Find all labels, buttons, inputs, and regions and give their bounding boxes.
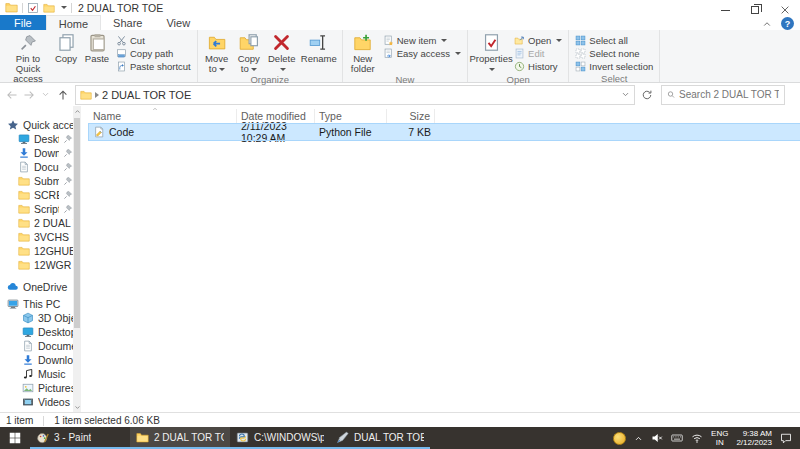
window-controls (710, 0, 800, 20)
recent-locations-button[interactable] (37, 86, 54, 103)
sidebar-item-this-pc[interactable]: This PC (0, 297, 81, 311)
minimize-button[interactable] (710, 0, 740, 20)
new-item-label: New item (397, 35, 437, 46)
touch-keyboard-icon[interactable] (671, 432, 683, 444)
sidebar-item-screen[interactable]: SCREEN (0, 188, 81, 202)
new-item-caret-icon (441, 39, 447, 42)
up-button[interactable] (54, 86, 71, 103)
sidebar-item-videos[interactable]: Videos (0, 395, 81, 409)
rename-button[interactable]: Rename (299, 31, 339, 64)
breadcrumb-path[interactable]: 2 DUAL TOR TOE (102, 89, 191, 101)
computer-icon (7, 298, 19, 310)
qat-properties-icon[interactable] (27, 2, 39, 14)
sidebar-item-music[interactable]: Music (0, 367, 81, 381)
start-button[interactable] (0, 427, 30, 449)
open-button[interactable]: Open (511, 34, 565, 47)
column-header-date-modified[interactable]: Date modified (237, 109, 315, 123)
restore-button[interactable] (740, 0, 770, 20)
address-box[interactable]: 2 DUAL TOR TOE (75, 85, 635, 105)
sidebar-item-pictures[interactable]: Pictures (0, 381, 81, 395)
select-none-button[interactable]: Select none (572, 47, 656, 60)
tab-home[interactable]: Home (46, 15, 101, 30)
column-header-size[interactable]: Size (387, 109, 435, 123)
sidebar-item-desktop-pc[interactable]: Desktop (0, 325, 81, 339)
sidebar-item-documents-pinned[interactable]: Docume (0, 160, 81, 174)
sidebar-item-downloads-pinned[interactable]: Downlo (0, 146, 81, 160)
pin-to-quick-access-button[interactable]: Pin to Quick access (5, 31, 51, 84)
invert-selection-icon (575, 61, 586, 72)
scroll-up-icon[interactable] (73, 106, 81, 116)
refresh-button[interactable] (635, 85, 659, 105)
properties-button[interactable]: Properties (471, 31, 511, 74)
sidebar-item-documents-pc[interactable]: Documents (0, 339, 81, 353)
cut-button[interactable]: Cut (113, 34, 194, 47)
taskbar-item-dual-tor-toe[interactable]: DUAL TOR TOE (330, 427, 430, 449)
easy-access-button[interactable]: Easy access (380, 47, 464, 60)
star-icon (7, 119, 19, 131)
paste-button[interactable]: Paste (81, 31, 113, 64)
taskbar-item-explorer[interactable]: 2 DUAL TOR TOE (130, 427, 230, 449)
scroll-down-icon[interactable] (73, 402, 81, 412)
history-button[interactable]: History (511, 60, 565, 73)
close-button[interactable] (770, 0, 800, 20)
paste-shortcut-button[interactable]: Paste shortcut (113, 60, 194, 73)
forward-button[interactable] (20, 86, 37, 103)
invert-selection-button[interactable]: Invert selection (572, 60, 656, 73)
search-input[interactable] (679, 89, 779, 100)
scrollbar-thumb[interactable] (74, 118, 80, 328)
file-row-code[interactable]: Code 2/11/2023 10:29 AM Python File 7 KB (89, 124, 800, 140)
language-indicator[interactable]: ENG IN (711, 429, 728, 447)
move-to-button[interactable]: Move to (201, 31, 233, 74)
address-dropdown-button[interactable] (621, 89, 630, 101)
sidebar-item-downloads-pc[interactable]: Downloads (0, 353, 81, 367)
tab-view[interactable]: View (154, 15, 202, 30)
back-button[interactable] (3, 86, 20, 103)
sidebar-item-scripts[interactable]: Scripts (0, 202, 81, 216)
column-header-name[interactable]: Name (89, 109, 237, 123)
copy-path-button[interactable]: Copy path (113, 47, 194, 60)
clock[interactable]: 9:38 AM 2/12/2023 (736, 429, 772, 447)
volume-muted-icon[interactable] (651, 432, 663, 444)
new-folder-button[interactable]: New folder (346, 31, 380, 74)
tray-app-icon[interactable] (613, 432, 626, 445)
qat-customize-caret-icon[interactable] (61, 6, 67, 9)
tab-file[interactable]: File (0, 15, 46, 30)
sidebar-item-local-disk[interactable]: Local Disk (0, 409, 81, 412)
python-console-icon (236, 431, 249, 444)
address-bar-row: 2 DUAL TOR TOE (0, 83, 800, 106)
wifi-icon[interactable] (691, 432, 703, 444)
sidebar-item-2-dual-tor-toe[interactable]: 2 DUAL TO (0, 216, 81, 230)
sidebar-item-12ghub[interactable]: 12GHUB (0, 244, 81, 258)
delete-button[interactable]: Delete (265, 31, 299, 74)
sidebar-item-quick-access[interactable]: Quick access (0, 118, 81, 132)
explorer-app-icon (5, 1, 18, 14)
sidebar-item-3d-objects[interactable]: 3D Objects (0, 311, 81, 325)
sidebar-item-3vchs[interactable]: 3VCHS (0, 230, 81, 244)
folder-icon (18, 217, 30, 229)
collapse-ribbon-icon[interactable] (762, 19, 772, 29)
search-box[interactable] (661, 85, 785, 105)
file-size-cell: 7 KB (387, 126, 435, 138)
sidebar-item-desktop[interactable]: Desktop (0, 132, 81, 146)
select-all-button[interactable]: Select all (572, 34, 656, 47)
tray-overflow-chevron-icon[interactable] (634, 434, 643, 443)
sidebar-item-onedrive[interactable]: OneDrive (0, 280, 81, 294)
copy-to-caret-icon (251, 68, 257, 71)
column-header-type[interactable]: Type (315, 109, 387, 123)
new-item-button[interactable]: New item (380, 34, 464, 47)
copy-button[interactable]: Copy (51, 31, 81, 64)
sidebar-item-12wgr[interactable]: 12WGR (0, 258, 81, 272)
open-icon (514, 35, 525, 46)
taskbar-item-python-console[interactable]: C:\WINDOWS\py.exe (230, 427, 330, 449)
up-icon (57, 89, 69, 101)
taskbar-item-paint[interactable]: 3 - Paint (30, 427, 130, 449)
sidebar-item-submissions[interactable]: Submiss (0, 174, 81, 188)
edit-button[interactable]: Edit (511, 47, 565, 60)
action-center-icon[interactable] (780, 432, 792, 444)
sidebar-scrollbar[interactable] (73, 106, 81, 412)
copy-to-button[interactable]: Copy to (233, 31, 265, 74)
qat-new-folder-icon[interactable] (43, 2, 55, 14)
open-caret-icon (556, 39, 562, 42)
tab-share[interactable]: Share (101, 15, 154, 30)
main-area: Quick access Desktop Downlo Docume (0, 106, 800, 412)
